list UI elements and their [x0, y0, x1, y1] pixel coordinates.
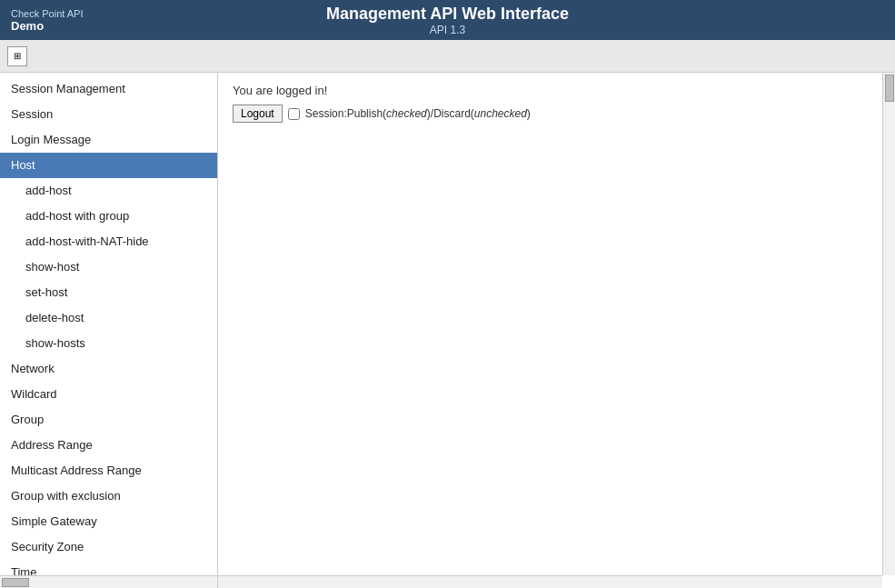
sidebar-item-address-range[interactable]: Address Range: [0, 433, 217, 458]
session-row: Logout Session:Publish(checked)/Discard(…: [233, 105, 880, 123]
demo-label: Demo: [11, 19, 84, 33]
sidebar-item-network[interactable]: Network: [0, 356, 217, 382]
content-vertical-scrollbar[interactable]: [882, 73, 895, 575]
logged-in-text: You are logged in!: [233, 84, 880, 97]
content-horizontal-scrollbar[interactable]: [218, 575, 882, 588]
sidebar-item-simple-gateway[interactable]: Simple Gateway: [0, 509, 217, 534]
header: Check Point API Demo Management API Web …: [0, 0, 895, 40]
session-label: Session:Publish(checked)/Discard(uncheck…: [305, 107, 531, 120]
main-layout: Session ManagementSessionLogin MessageHo…: [0, 73, 895, 588]
sidebar-item-session-management[interactable]: Session Management: [0, 76, 217, 102]
sidebar-list: Session ManagementSessionLogin MessageHo…: [0, 73, 217, 575]
sidebar-item-wildcard[interactable]: Wildcard: [0, 382, 217, 407]
sidebar-item-group-with-exclusion[interactable]: Group with exclusion: [0, 483, 217, 509]
session-publish-checkbox[interactable]: [288, 108, 300, 120]
sidebar-item-show-hosts[interactable]: show-hosts: [0, 331, 217, 356]
sidebar-item-set-host[interactable]: set-host: [0, 280, 217, 305]
sidebar-item-group[interactable]: Group: [0, 407, 217, 433]
sidebar-horizontal-scrollbar[interactable]: [0, 575, 217, 588]
header-version: API 1.3: [326, 24, 569, 36]
header-left: Check Point API Demo: [11, 8, 84, 33]
sidebar-item-security-zone[interactable]: Security Zone: [0, 534, 217, 560]
toolbar-icon-symbol: ⊞: [14, 51, 21, 61]
sidebar-scroll-area[interactable]: Session ManagementSessionLogin MessageHo…: [0, 73, 217, 575]
h-scrollbar-thumb: [2, 578, 29, 587]
checked-text: checked: [386, 107, 427, 120]
toolbar-icon[interactable]: ⊞: [7, 46, 27, 66]
sidebar-item-session[interactable]: Session: [0, 102, 217, 127]
sidebar-item-multicast-address-range[interactable]: Multicast Address Range: [0, 458, 217, 483]
header-title: Management API Web Interface: [326, 5, 569, 24]
sidebar-item-login-message[interactable]: Login Message: [0, 127, 217, 153]
toolbar: ⊞: [0, 40, 895, 73]
header-center: Management API Web Interface API 1.3: [326, 5, 569, 36]
sidebar-item-host[interactable]: Host: [0, 153, 217, 178]
sidebar-item-delete-host[interactable]: delete-host: [0, 305, 217, 331]
sidebar-item-show-host[interactable]: show-host: [0, 254, 217, 280]
unchecked-text: unchecked: [474, 107, 527, 120]
app-name: Check Point API: [11, 8, 84, 19]
sidebar-item-time[interactable]: Time: [0, 560, 217, 575]
sidebar-item-add-host[interactable]: add-host: [0, 178, 217, 204]
v-scrollbar-thumb: [885, 75, 894, 102]
sidebar-item-add-host-with-group[interactable]: add-host with group: [0, 204, 217, 229]
content-area: You are logged in! Logout Session:Publis…: [218, 73, 895, 588]
logout-button[interactable]: Logout: [233, 105, 283, 123]
sidebar: Session ManagementSessionLogin MessageHo…: [0, 73, 218, 588]
sidebar-item-add-host-with-nat-hide[interactable]: add-host-with-NAT-hide: [0, 229, 217, 254]
